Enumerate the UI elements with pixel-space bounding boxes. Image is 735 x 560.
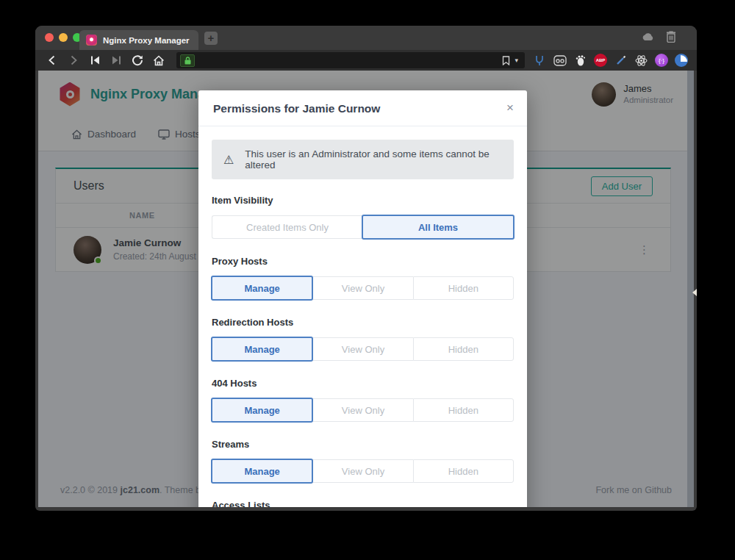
- purple-extension-icon[interactable]: {·}: [655, 54, 668, 67]
- trash-icon[interactable]: [666, 31, 676, 43]
- pen-extension-icon[interactable]: [614, 54, 628, 68]
- extension-icons: ABP {·}: [532, 54, 688, 68]
- option-view-only[interactable]: View Only: [312, 459, 412, 483]
- browser-nav-bar: ▾ ABP {·}: [35, 50, 697, 71]
- new-tab-button[interactable]: +: [204, 32, 218, 45]
- web-page: Nginx Proxy Manager James Administrator …: [38, 71, 694, 507]
- reload-icon[interactable]: [129, 54, 146, 66]
- browser-tab-bar: Nginx Proxy Manager +: [35, 26, 697, 50]
- option-manage[interactable]: Manage: [211, 459, 313, 484]
- back-icon[interactable]: [44, 55, 60, 65]
- panel-toggle-icon[interactable]: [692, 289, 697, 296]
- option-manage[interactable]: Manage: [211, 398, 313, 423]
- atom-extension-icon[interactable]: [634, 54, 648, 68]
- item-visibility-label: Item Visibility: [212, 195, 514, 206]
- permission-section: Access Lists ManageView OnlyHidden: [212, 500, 514, 507]
- alert-text: This user is an Administrator and some i…: [245, 148, 502, 170]
- permission-option-group: ManageView OnlyHidden: [212, 337, 514, 361]
- home-icon[interactable]: [151, 55, 167, 66]
- gnome-foot-extension-icon[interactable]: [573, 54, 587, 68]
- warning-icon: ⚠: [223, 153, 234, 167]
- fast-forward-icon[interactable]: [108, 56, 124, 65]
- window-controls: [45, 33, 82, 42]
- browser-window: Nginx Proxy Manager +: [35, 26, 697, 511]
- permission-section: Streams ManageView OnlyHidden: [212, 439, 514, 483]
- permission-option-group: ManageView OnlyHidden: [212, 398, 514, 422]
- option-created-items-only[interactable]: Created Items Only: [212, 215, 362, 239]
- permission-option-group: ManageView OnlyHidden: [212, 276, 514, 300]
- blue-extension-icon[interactable]: [675, 54, 688, 67]
- option-view-only[interactable]: View Only: [312, 398, 412, 422]
- permission-section-label: Streams: [212, 439, 514, 450]
- close-icon[interactable]: ×: [506, 101, 514, 115]
- option-manage[interactable]: Manage: [211, 276, 313, 301]
- item-visibility-group: Created Items OnlyAll Items: [212, 215, 514, 239]
- permission-sections: Proxy Hosts ManageView OnlyHidden Redire…: [212, 256, 514, 507]
- permission-section-label: 404 Hosts: [212, 378, 514, 389]
- close-window-button[interactable]: [45, 33, 54, 42]
- modal-title: Permissions for Jamie Curnow: [213, 102, 512, 115]
- sync-cloud-icon[interactable]: [641, 32, 654, 41]
- option-hidden[interactable]: Hidden: [413, 398, 514, 422]
- option-manage[interactable]: Manage: [211, 337, 313, 362]
- permission-section: 404 Hosts ManageView OnlyHidden: [212, 378, 514, 422]
- address-bar[interactable]: ▾: [176, 52, 525, 68]
- tab-title: Nginx Proxy Manager: [103, 36, 190, 45]
- forward-icon[interactable]: [65, 55, 82, 65]
- permission-section-label: Proxy Hosts: [212, 256, 514, 267]
- bookmark-icon[interactable]: [502, 56, 510, 65]
- permission-section: Redirection Hosts ManageView OnlyHidden: [212, 317, 514, 361]
- bookmark-dropdown-icon[interactable]: ▾: [514, 57, 518, 64]
- option-view-only[interactable]: View Only: [312, 337, 412, 361]
- robot-extension-icon[interactable]: [553, 54, 567, 68]
- tab-favicon-icon: [86, 35, 97, 46]
- permission-section-label: Access Lists: [212, 500, 514, 507]
- option-all-items[interactable]: All Items: [362, 215, 514, 240]
- option-view-only[interactable]: View Only: [312, 276, 412, 300]
- permission-option-group: ManageView OnlyHidden: [212, 459, 514, 483]
- rewind-icon[interactable]: [87, 56, 103, 65]
- browser-tab[interactable]: Nginx Proxy Manager: [79, 30, 198, 50]
- https-lock-icon[interactable]: [180, 54, 195, 67]
- adblock-plus-extension-icon[interactable]: ABP: [594, 54, 607, 67]
- option-hidden[interactable]: Hidden: [413, 276, 514, 300]
- option-hidden[interactable]: Hidden: [413, 337, 514, 361]
- permission-section: Proxy Hosts ManageView OnlyHidden: [212, 256, 514, 300]
- option-hidden[interactable]: Hidden: [413, 459, 514, 483]
- minimize-window-button[interactable]: [59, 33, 68, 42]
- admin-warning-alert: ⚠ This user is an Administrator and some…: [212, 140, 514, 179]
- permissions-modal: Permissions for Jamie Curnow × ⚠ This us…: [198, 90, 527, 507]
- fork-extension-icon[interactable]: [532, 54, 546, 68]
- permission-section-label: Redirection Hosts: [212, 317, 514, 328]
